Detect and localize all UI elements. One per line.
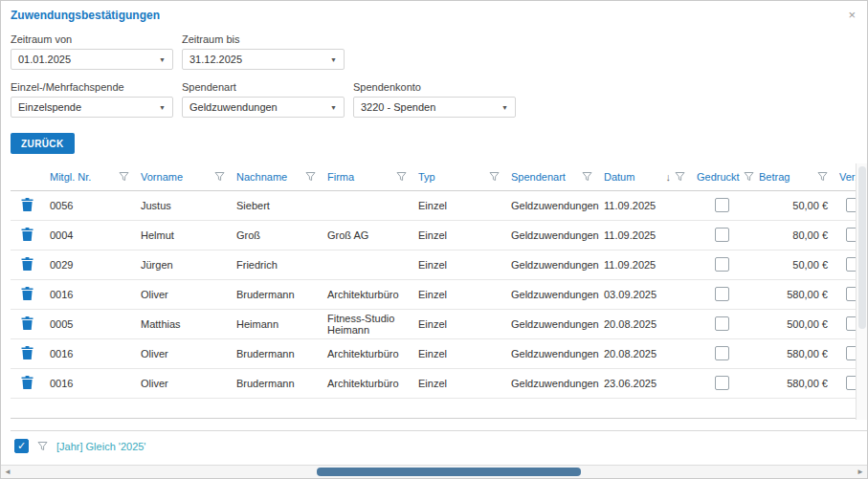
cell-nachname: Siebert <box>231 190 322 220</box>
scroll-right-icon[interactable]: ► <box>855 467 866 478</box>
cell-typ: Einzel <box>412 338 505 368</box>
delete-row-button[interactable] <box>11 190 44 220</box>
filter-icon[interactable] <box>489 171 500 182</box>
cell-firma: Architekturbüro <box>322 338 412 368</box>
delete-row-button[interactable] <box>11 338 44 368</box>
cell-typ: Einzel <box>412 368 505 398</box>
spendenkonto-dropdown[interactable]: 3220 - Spenden ▼ <box>353 97 516 118</box>
spendentyp-label: Einzel-/Mehrfachspende <box>11 81 173 93</box>
column-header-typ[interactable]: Typ <box>412 163 505 190</box>
cell-nr: 0016 <box>44 368 135 398</box>
filter-icon[interactable] <box>817 171 828 182</box>
table-row[interactable]: 0016OliverBrudermannArchitekturbüroEinze… <box>11 338 856 368</box>
spendentyp-dropdown[interactable]: Einzelspende ▼ <box>11 97 173 118</box>
column-header-content: Nachname <box>236 171 316 183</box>
table-row[interactable]: 0004HelmutGroßGroß AGEinzelGeldzuwendung… <box>11 220 856 250</box>
chevron-down-icon[interactable]: ▼ <box>330 56 337 63</box>
delete-row-button[interactable] <box>11 220 44 250</box>
delete-row-button[interactable] <box>11 309 44 338</box>
chevron-down-icon[interactable]: ▼ <box>330 104 337 111</box>
cell-datum: 20.08.2025 <box>598 338 691 368</box>
column-header-verzicht[interactable]: Verzic <box>834 163 856 190</box>
filter-icon[interactable] <box>214 171 225 182</box>
table-row[interactable]: 0005MatthiasHeimannFitness-Studio Heiman… <box>11 309 856 338</box>
chevron-down-icon[interactable]: ▼ <box>501 104 508 111</box>
gedruckt-checkbox[interactable] <box>715 316 729 331</box>
cell-nachname: Heimann <box>231 309 322 338</box>
column-header-firma[interactable]: Firma <box>322 163 412 190</box>
horizontal-scrollbar-thumb[interactable] <box>317 468 581 476</box>
column-header-betrag[interactable]: Betrag <box>753 163 834 190</box>
horizontal-scrollbar[interactable]: ◄ ► <box>1 465 867 478</box>
filter-row-2: Einzel-/Mehrfachspende Einzelspende ▼ Sp… <box>11 81 867 118</box>
data-grid: Mitgl. Nr.VornameNachnameFirmaTypSpenden… <box>11 163 868 419</box>
column-header-gedruckt[interactable]: Gedruckt <box>691 163 753 190</box>
gedruckt-checkbox[interactable] <box>715 376 729 390</box>
cell-typ: Einzel <box>412 250 505 279</box>
column-header-nr[interactable]: Mitgl. Nr. <box>44 163 135 190</box>
filter-icon[interactable] <box>582 171 592 182</box>
table-row[interactable]: 0016OliverBrudermannArchitekturbüroEinze… <box>11 368 856 398</box>
column-header-datum[interactable]: Datum↓ <box>598 163 691 190</box>
zeitraum-von-dropdown[interactable]: 01.01.2025 ▼ <box>11 49 173 70</box>
cell-nr: 0004 <box>44 220 135 250</box>
verzicht-checkbox[interactable] <box>846 287 857 301</box>
cell-spendenart: Geldzuwendungen <box>505 250 598 279</box>
gedruckt-checkbox[interactable] <box>715 198 729 212</box>
verzicht-checkbox[interactable] <box>846 228 857 242</box>
cell-firma: Architekturbüro <box>322 279 412 309</box>
column-header-vorname[interactable]: Vorname <box>135 163 231 190</box>
delete-row-button[interactable] <box>11 279 44 309</box>
cell-nachname: Brudermann <box>231 368 322 398</box>
vertical-scrollbar-thumb[interactable] <box>858 166 866 329</box>
scroll-left-icon[interactable]: ◄ <box>2 467 13 478</box>
zurueck-button[interactable]: ZURÜCK <box>11 133 75 154</box>
gedruckt-checkbox[interactable] <box>715 257 729 272</box>
field-zeitraum-bis: Zeitraum bis 31.12.2025 ▼ <box>182 33 345 70</box>
column-header-content: Spendenart <box>511 171 592 183</box>
column-header-spendenart[interactable]: Spendenart <box>505 163 598 190</box>
column-header-icons <box>817 171 828 182</box>
close-icon[interactable]: × <box>848 9 856 21</box>
column-header-nachname[interactable]: Nachname <box>231 163 322 190</box>
filter-icon[interactable] <box>119 171 129 182</box>
verzicht-checkbox[interactable] <box>846 376 857 390</box>
trash-icon <box>21 198 33 211</box>
cell-firma: Architekturbüro <box>322 368 412 398</box>
cell-nachname: Brudermann <box>231 279 322 309</box>
table-row[interactable]: 0016OliverBrudermannArchitekturbüroEinze… <box>11 279 856 309</box>
column-header-content: Gedruckt <box>697 171 747 183</box>
trash-icon <box>21 316 33 330</box>
cell-nachname: Groß <box>231 220 322 250</box>
table-row[interactable]: 0056JustusSiebertEinzelGeldzuwendungen11… <box>11 190 856 220</box>
cell-spendenart: Geldzuwendungen <box>505 309 598 338</box>
table-row[interactable]: 0029JürgenFriedrichEinzelGeldzuwendungen… <box>11 250 856 279</box>
verzicht-checkbox[interactable] <box>846 198 857 212</box>
column-header-icons <box>582 171 592 182</box>
sort-desc-icon[interactable]: ↓ <box>666 171 672 183</box>
vertical-scrollbar[interactable] <box>856 163 868 420</box>
filter-panel-checkbox[interactable]: ✓ <box>14 439 29 453</box>
delete-row-button[interactable] <box>11 368 44 398</box>
filter-icon[interactable] <box>305 171 316 182</box>
filter-icon[interactable] <box>744 171 754 182</box>
zeitraum-bis-dropdown[interactable]: 31.12.2025 ▼ <box>182 49 345 70</box>
filter-panel-text[interactable]: [Jahr] Gleich '2025' <box>56 441 145 452</box>
column-label: Spendenart <box>511 171 566 183</box>
delete-row-button[interactable] <box>11 250 44 279</box>
chevron-down-icon[interactable]: ▼ <box>159 104 166 111</box>
gedruckt-checkbox[interactable] <box>715 287 729 301</box>
verzicht-checkbox[interactable] <box>846 257 857 272</box>
cell-spendenart: Geldzuwendungen <box>505 279 598 309</box>
gedruckt-checkbox[interactable] <box>715 228 729 242</box>
verzicht-checkbox[interactable] <box>846 316 857 331</box>
filter-icon[interactable] <box>675 171 685 182</box>
gedruckt-checkbox[interactable] <box>715 346 729 360</box>
filter-icon[interactable] <box>396 171 407 182</box>
spendenart-dropdown[interactable]: Geldzuwendungen ▼ <box>182 97 345 118</box>
trash-icon <box>21 228 33 241</box>
chevron-down-icon[interactable]: ▼ <box>159 56 166 63</box>
column-label: Typ <box>418 171 435 183</box>
verzicht-checkbox[interactable] <box>846 346 857 360</box>
filter-icon[interactable] <box>37 441 48 451</box>
